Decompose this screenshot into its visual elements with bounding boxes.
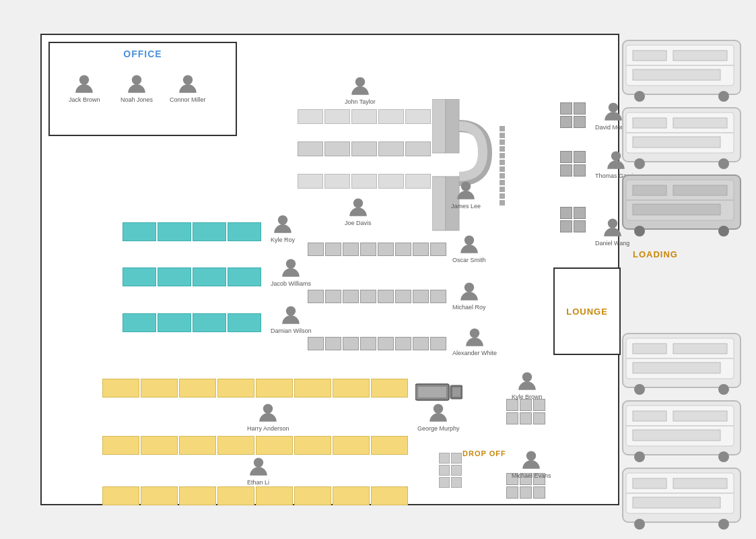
svg-rect-21 — [500, 187, 505, 192]
svg-point-31 — [263, 404, 273, 413]
worker-harry-anderson: Harry Anderson — [247, 402, 289, 432]
svg-rect-51 — [633, 118, 666, 128]
worker-kyle-brown: Kyle Brown — [512, 371, 543, 400]
truck-6 — [619, 465, 747, 532]
svg-rect-18 — [500, 166, 505, 172]
svg-rect-84 — [673, 478, 727, 488]
svg-rect-45 — [633, 69, 720, 80]
worker-name-joe-davis: Joe Davis — [345, 220, 372, 226]
worker-jack-brown: Jack Brown — [69, 73, 100, 103]
svg-point-6 — [355, 77, 365, 86]
svg-point-32 — [253, 457, 263, 467]
worker-name-james-lee: James Lee — [451, 203, 481, 210]
svg-rect-83 — [633, 478, 666, 488]
conveyor-table-kyle — [123, 222, 261, 241]
svg-point-70 — [634, 384, 645, 395]
worker-connor-miller: Connor Miller — [170, 73, 206, 103]
svg-rect-9 — [446, 99, 459, 153]
worker-joe-davis: Joe Davis — [345, 197, 372, 226]
worker-james-lee: James Lee — [451, 180, 481, 210]
worker-name-harry-anderson: Harry Anderson — [247, 425, 289, 432]
svg-point-5 — [286, 306, 296, 315]
svg-point-7 — [353, 198, 363, 208]
loading-label: LOADING — [633, 249, 678, 259]
worker-name-daniel-wang: Daniel Wang — [595, 240, 629, 247]
svg-point-1 — [132, 75, 141, 84]
yellow-table-row2 — [102, 436, 408, 455]
svg-rect-15 — [500, 146, 505, 152]
svg-rect-75 — [633, 411, 666, 421]
svg-point-4 — [286, 259, 296, 268]
blocks-kyle-brown — [506, 399, 545, 424]
blocks-thomas — [560, 151, 586, 177]
svg-point-63 — [718, 226, 729, 236]
svg-point-28 — [609, 102, 618, 112]
svg-rect-52 — [673, 118, 727, 128]
svg-rect-17 — [500, 160, 505, 165]
svg-point-78 — [634, 451, 645, 462]
svg-rect-60 — [673, 185, 727, 195]
worker-jacob-williams: Jacob Williams — [271, 257, 311, 287]
svg-rect-16 — [500, 153, 505, 158]
worker-name-jack-brown: Jack Brown — [69, 96, 100, 103]
svg-rect-67 — [633, 344, 666, 354]
worker-name-jacob-williams: Jacob Williams — [271, 280, 311, 287]
truck-4 — [619, 330, 747, 398]
worker-name-noah-jones: Noah Jones — [121, 96, 153, 103]
worker-noah-jones: Noah Jones — [121, 73, 153, 103]
svg-rect-43 — [633, 51, 666, 61]
svg-point-2 — [183, 75, 193, 84]
svg-rect-20 — [500, 180, 505, 185]
svg-point-71 — [718, 384, 729, 395]
svg-rect-8 — [432, 99, 446, 153]
conveyor-table-damian — [123, 313, 261, 332]
truck-1 — [619, 37, 747, 104]
worker-michael-roy: Michael Roy — [452, 281, 486, 311]
worker-name-john-taylor: John Taylor — [345, 98, 376, 105]
worker-oscar-smith: Oscar Smith — [452, 234, 486, 263]
svg-point-37 — [434, 404, 443, 413]
yellow-table-row1 — [102, 379, 408, 398]
svg-point-30 — [607, 218, 617, 228]
worker-name-kyle-roy: Kyle Roy — [271, 236, 295, 243]
svg-rect-13 — [500, 133, 505, 138]
svg-point-54 — [634, 158, 645, 169]
warehouse-floor: OFFICE Jack Brown Noah Jones Connor Mill… — [40, 34, 619, 505]
worker-damian-wilson: Damian Wilson — [271, 305, 312, 334]
svg-point-26 — [465, 282, 474, 292]
svg-point-87 — [718, 519, 729, 530]
svg-point-27 — [470, 328, 479, 338]
svg-rect-22 — [500, 193, 505, 199]
svg-rect-68 — [673, 344, 727, 354]
svg-rect-85 — [633, 497, 720, 508]
svg-point-38 — [522, 372, 532, 381]
svg-rect-76 — [673, 411, 727, 421]
svg-rect-14 — [500, 139, 505, 145]
office-label: OFFICE — [50, 49, 236, 59]
svg-rect-44 — [673, 51, 727, 61]
worker-george-murphy: George Murphy — [417, 402, 460, 432]
worker-name-ethan-li: Ethan Li — [247, 479, 269, 486]
worker-name-george-murphy: George Murphy — [417, 425, 460, 432]
conveyor-table-jacob — [123, 267, 261, 286]
svg-point-55 — [718, 158, 729, 169]
top-conveyor-row1 — [298, 109, 431, 124]
worker-alexander-white: Alexander White — [452, 327, 497, 356]
worker-name-kyle-brown: Kyle Brown — [512, 393, 543, 400]
worker-ethan-li: Ethan Li — [247, 456, 269, 486]
worker-name-michael-roy: Michael Roy — [452, 304, 486, 311]
svg-rect-53 — [633, 137, 720, 148]
truck-5 — [619, 398, 747, 465]
svg-rect-23 — [500, 200, 505, 205]
dropoff-boxes — [439, 453, 462, 488]
svg-rect-34 — [418, 387, 446, 398]
svg-rect-12 — [500, 126, 505, 131]
svg-rect-69 — [633, 362, 720, 373]
svg-point-39 — [526, 451, 536, 460]
lounge-label: LOUNGE — [566, 307, 608, 317]
worker-john-taylor: John Taylor — [345, 75, 376, 105]
yellow-table-row3 — [102, 486, 408, 505]
worker-name-michael-evans: Michael Evans — [512, 472, 551, 479]
worker-name-damian-wilson: Damian Wilson — [271, 327, 312, 334]
top-conveyor-row2 — [298, 141, 431, 156]
